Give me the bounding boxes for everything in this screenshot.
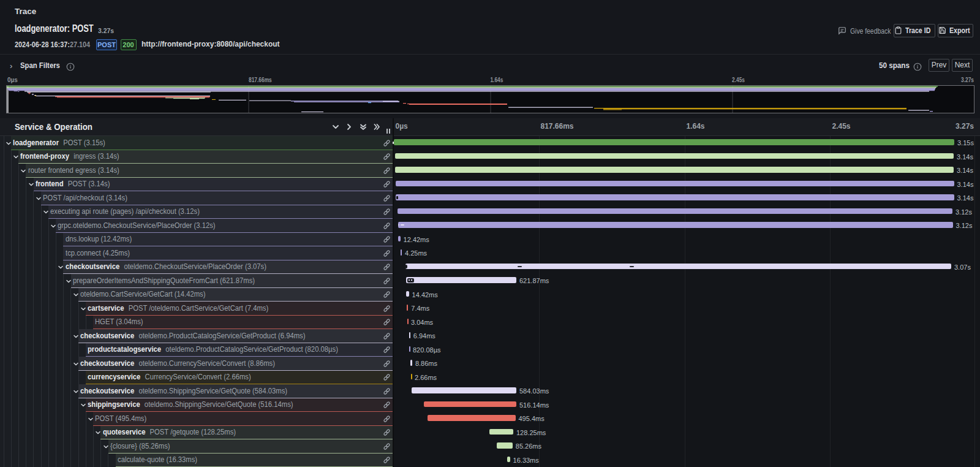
svg-text:3.27s: 3.27s: [961, 77, 974, 83]
svg-text:817.66ms: 817.66ms: [249, 77, 272, 83]
svg-text:1.64s: 1.64s: [490, 77, 503, 83]
svg-text:2.45s: 2.45s: [732, 77, 745, 83]
svg-text:0µs: 0µs: [7, 77, 18, 83]
